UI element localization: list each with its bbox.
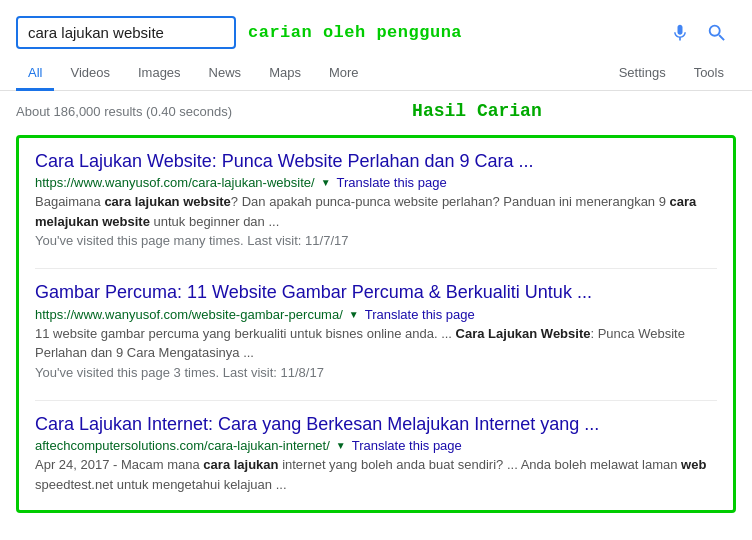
tab-tools[interactable]: Tools <box>682 57 736 91</box>
search-annotation: carian oleh pengguna <box>248 23 462 42</box>
result-url-row: https://www.wanyusof.com/website-gambar-… <box>35 307 717 322</box>
search-box <box>16 16 236 49</box>
desc-text2: ? Dan apakah punca-punca website perlaha… <box>231 194 670 209</box>
result-divider <box>35 268 717 269</box>
result-url-row: aftechcomputersolutions.com/cara-lajukan… <box>35 438 717 453</box>
tab-images[interactable]: Images <box>126 57 193 91</box>
result-desc: Apr 24, 2017 - Macam mana cara lajukan i… <box>35 455 717 494</box>
desc-bold2: web <box>681 457 706 472</box>
result-title[interactable]: Gambar Percuma: 11 Website Gambar Percum… <box>35 282 592 302</box>
desc-bold: Cara Lajukan Website <box>456 326 591 341</box>
search-results-container: Cara Lajukan Website: Punca Website Perl… <box>16 135 736 513</box>
nav-right: Settings Tools <box>607 57 736 90</box>
nav-tabs: All Videos Images News Maps More Setting… <box>0 57 752 91</box>
result-visited: You've visited this page many times. Las… <box>35 233 717 248</box>
search-input[interactable] <box>28 24 224 41</box>
results-count-area: About 186,000 results (0.40 seconds) Has… <box>0 91 752 127</box>
desc-text: Bagaimana <box>35 194 104 209</box>
desc-text3: untuk beginner dan ... <box>150 214 279 229</box>
results-count-text: About 186,000 results (0.40 seconds) <box>16 104 232 119</box>
results-annotation: Hasil Carian <box>412 101 542 121</box>
dropdown-arrow-icon: ▼ <box>321 177 331 188</box>
tab-all[interactable]: All <box>16 57 54 91</box>
search-icons-group <box>670 22 736 44</box>
result-item: Cara Lajukan Internet: Cara yang Berkesa… <box>35 413 717 494</box>
dropdown-arrow-icon: ▼ <box>349 309 359 320</box>
result-url: https://www.wanyusof.com/website-gambar-… <box>35 307 343 322</box>
result-title[interactable]: Cara Lajukan Website: Punca Website Perl… <box>35 151 534 171</box>
tab-videos[interactable]: Videos <box>58 57 122 91</box>
search-bar-area: carian oleh pengguna <box>0 0 752 49</box>
microphone-button[interactable] <box>670 23 690 43</box>
desc-bold: cara lajukan website <box>104 194 230 209</box>
translate-link[interactable]: Translate this page <box>337 175 447 190</box>
tab-more[interactable]: More <box>317 57 371 91</box>
result-desc: 11 website gambar percuma yang berkualit… <box>35 324 717 363</box>
result-item: Cara Lajukan Website: Punca Website Perl… <box>35 150 717 248</box>
result-visited: You've visited this page 3 times. Last v… <box>35 365 717 380</box>
translate-link[interactable]: Translate this page <box>352 438 462 453</box>
desc-text3: speedtest.net untuk mengetahui kelajuan … <box>35 477 287 492</box>
result-url-row: https://www.wanyusof.com/cara-lajukan-we… <box>35 175 717 190</box>
result-desc: Bagaimana cara lajukan website? Dan apak… <box>35 192 717 231</box>
desc-text: 11 website gambar percuma yang berkualit… <box>35 326 456 341</box>
result-divider <box>35 400 717 401</box>
desc-text: Apr 24, 2017 - Macam mana <box>35 457 203 472</box>
result-title[interactable]: Cara Lajukan Internet: Cara yang Berkesa… <box>35 414 599 434</box>
result-url: https://www.wanyusof.com/cara-lajukan-we… <box>35 175 315 190</box>
desc-text2: internet yang boleh anda buat sendiri? .… <box>279 457 682 472</box>
dropdown-arrow-icon: ▼ <box>336 440 346 451</box>
desc-bold: cara lajukan <box>203 457 278 472</box>
search-button[interactable] <box>706 22 728 44</box>
tab-maps[interactable]: Maps <box>257 57 313 91</box>
result-item: Gambar Percuma: 11 Website Gambar Percum… <box>35 281 717 379</box>
tab-settings[interactable]: Settings <box>607 57 678 91</box>
translate-link[interactable]: Translate this page <box>365 307 475 322</box>
tab-news[interactable]: News <box>197 57 254 91</box>
result-url: aftechcomputersolutions.com/cara-lajukan… <box>35 438 330 453</box>
